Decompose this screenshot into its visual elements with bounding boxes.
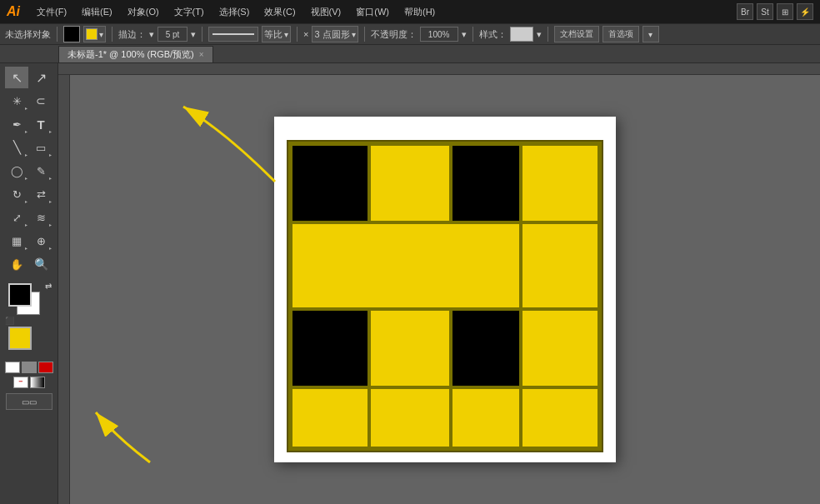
hand-tool[interactable]: ✋	[5, 253, 28, 275]
tool-row-4: ╲▸ ▭▸	[5, 137, 52, 158]
stroke-label: 描边：	[118, 28, 146, 41]
menu-type[interactable]: 文字(T)	[169, 4, 209, 20]
opacity-label: 不透明度：	[371, 28, 417, 41]
symbol-tool[interactable]: ⊕▸	[29, 230, 52, 252]
warp-tool[interactable]: ≋▸	[29, 207, 52, 228]
foreground-color-box[interactable]	[8, 283, 32, 307]
stock-icon[interactable]: St	[757, 3, 773, 20]
zoom-tool[interactable]: 🔍	[29, 253, 52, 275]
lasso-tool[interactable]: ⊂	[29, 90, 52, 112]
menu-help[interactable]: 帮助(H)	[399, 4, 440, 20]
stroke-value-input[interactable]	[158, 27, 188, 42]
tool-row-5: ◯▸ ✎▸	[5, 160, 52, 182]
doc-tab-title: 未标题-1* @ 100% (RGB/预览)	[68, 48, 194, 61]
menu-window[interactable]: 窗口(W)	[351, 4, 394, 20]
stroke-color-swatch[interactable]	[63, 26, 80, 42]
tool-row-9: ✋ 🔍	[5, 253, 52, 275]
cell-r4c1-yellow	[292, 389, 368, 447]
cell-r3c1-black	[292, 311, 368, 386]
fill-dropdown[interactable]: ▾	[83, 26, 106, 42]
canvas-area[interactable]	[58, 63, 820, 504]
menu-select[interactable]: 选择(S)	[214, 4, 255, 20]
title-bar: Ai 文件(F) 编辑(E) 对象(O) 文字(T) 选择(S) 效果(C) 视…	[0, 0, 820, 23]
toolbar-sep-4	[297, 27, 298, 42]
stroke-dropdown-arrow: ▾	[149, 29, 154, 40]
ruler-top	[58, 63, 820, 75]
doc-settings-button[interactable]: 文档设置	[554, 26, 599, 42]
select-tool[interactable]: ↖	[5, 67, 28, 88]
none-gradient-row: ⁻	[13, 377, 45, 388]
line-style-preview[interactable]	[208, 27, 258, 42]
scale-tool[interactable]: ⤢▸	[5, 207, 28, 228]
tab-bar: 未标题-1* @ 100% (RGB/预览) ×	[0, 45, 820, 63]
cell-r1c3-black	[452, 146, 519, 221]
toolbar-sep-6	[472, 27, 473, 42]
point-style-dropdown[interactable]: 3 点圆形▾	[312, 26, 358, 42]
brush-tool[interactable]: ✎▸	[29, 160, 52, 182]
direct-select-tool[interactable]: ↗	[29, 67, 52, 88]
artwork-row-2	[292, 224, 598, 307]
ruler-left	[58, 75, 70, 504]
tool-row-8: ▦▸ ⊕▸	[5, 230, 52, 252]
preferences-button[interactable]: 首选项	[602, 26, 639, 42]
cell-r4c4-yellow	[522, 389, 598, 447]
pen-tool[interactable]: ✒▸	[5, 113, 28, 135]
menu-file[interactable]: 文件(F)	[32, 4, 72, 20]
artwork-row-1	[292, 146, 598, 221]
gray-swatch[interactable]	[22, 362, 37, 373]
search-icon[interactable]: ⚡	[797, 3, 813, 20]
reset-colors-button[interactable]: ⬛	[5, 317, 14, 325]
cell-r4c3-yellow	[452, 389, 519, 447]
toolbar-sep-7	[548, 27, 548, 42]
cell-r3c2-yellow	[371, 311, 449, 386]
tab-close-button[interactable]: ×	[199, 50, 204, 59]
toolbox-sidebar: ↖ ↗ ✳▸ ⊂ ✒▸ T▸ ╲▸	[0, 63, 58, 504]
style-dropdown[interactable]: ▾	[537, 29, 542, 40]
active-color-section	[5, 327, 53, 358]
cell-r1c4-yellow	[522, 146, 598, 221]
line-style-dropdown[interactable]: 等比▾	[262, 26, 291, 42]
type-tool[interactable]: T▸	[29, 113, 52, 135]
fill-color-indicator[interactable]	[8, 327, 32, 350]
opacity-dropdown[interactable]: ▾	[462, 29, 467, 40]
stroke-pt-dropdown[interactable]: ▾	[191, 29, 196, 40]
artwork-row-4	[292, 389, 598, 447]
reflect-tool[interactable]: ⇄▸	[29, 183, 52, 205]
no-selection-label: 未选择对象	[5, 28, 51, 41]
cell-r4c2-yellow	[371, 389, 449, 447]
rotate-tool[interactable]: ↻▸	[5, 183, 28, 205]
artwork	[274, 129, 616, 462]
cell-r3c3-black	[452, 311, 519, 386]
toolbar-sep-5	[364, 27, 365, 42]
toolbar-sep-1	[57, 27, 58, 42]
cell-r2-large-yellow	[292, 224, 519, 307]
document-tab[interactable]: 未标题-1* @ 100% (RGB/预览) ×	[58, 46, 213, 62]
opacity-input[interactable]	[420, 27, 458, 42]
menu-edit[interactable]: 编辑(E)	[77, 4, 118, 20]
menu-view[interactable]: 视图(V)	[306, 4, 347, 20]
ellipse-tool[interactable]: ◯▸	[5, 160, 28, 182]
menu-object[interactable]: 对象(O)	[122, 4, 164, 20]
multiply-icon: ×	[303, 29, 308, 39]
swap-colors-button[interactable]: ⇄	[45, 282, 52, 291]
extra-swatches-row	[5, 362, 53, 373]
line-tool[interactable]: ╲▸	[5, 137, 28, 158]
bridge-icon[interactable]: Br	[737, 3, 753, 20]
app-logo: Ai	[7, 4, 20, 19]
workspace-icon[interactable]: ⊞	[777, 3, 793, 20]
none-swatch[interactable]: ⁻	[13, 377, 28, 388]
rect-tool[interactable]: ▭▸	[29, 137, 52, 158]
gradient-swatch[interactable]	[30, 377, 45, 388]
magic-wand-tool[interactable]: ✳▸	[5, 90, 28, 112]
style-swatch[interactable]	[510, 27, 533, 42]
graph-tool[interactable]: ▦▸	[5, 230, 28, 252]
menu-effect[interactable]: 效果(C)	[259, 4, 300, 20]
red-swatch[interactable]	[38, 362, 53, 373]
style-label: 样式：	[479, 28, 507, 41]
white-swatch[interactable]	[5, 362, 20, 373]
artboards-button[interactable]: ▭▭	[6, 393, 52, 410]
toolbar-sep-3	[202, 27, 202, 42]
extra-btn[interactable]: ▾	[642, 26, 659, 42]
cell-r3c4-yellow	[522, 311, 598, 386]
color-section: ⇄ ⬛	[5, 282, 53, 325]
